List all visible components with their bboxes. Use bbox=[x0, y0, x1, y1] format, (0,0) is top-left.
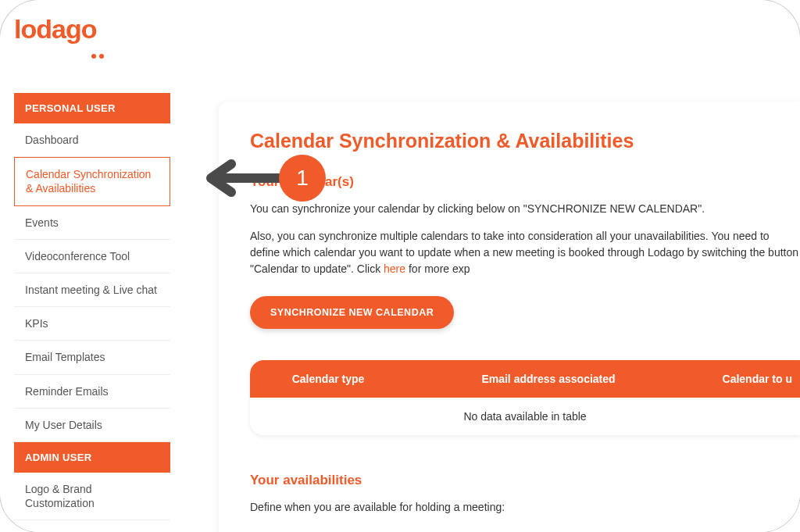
table-header-email: Email address associated bbox=[406, 360, 691, 398]
sidebar-item-instant-meeting[interactable]: Instant meeting & Live chat bbox=[14, 273, 170, 307]
sidebar-item-events[interactable]: Events bbox=[14, 206, 170, 240]
synchronize-new-calendar-button[interactable]: SYNCHRONIZE NEW CALENDAR bbox=[250, 296, 454, 329]
help-link[interactable]: here bbox=[384, 262, 405, 275]
sidebar-item-email-templates[interactable]: Email Templates bbox=[14, 341, 170, 374]
sidebar-section-personal: PERSONAL USER bbox=[14, 93, 170, 123]
sidebar-item-kpis[interactable]: KPIs bbox=[14, 307, 170, 341]
table-header-calendar-type: Calendar type bbox=[250, 360, 406, 398]
sidebar-item-calendar-sync[interactable]: Calendar Synchronization & Availabilitie… bbox=[14, 157, 170, 205]
table-header-calendar-to-update: Calendar to u bbox=[691, 360, 800, 398]
sidebar-item-management[interactable]: se Management & bbox=[14, 520, 170, 532]
availabilities-subheading: Your availabilities bbox=[250, 473, 800, 488]
sync-instructions-1: You can synchronize your calendar by cli… bbox=[250, 201, 800, 217]
page-title: Calendar Synchronization & Availabilitie… bbox=[250, 130, 800, 152]
calendars-subheading: Your calendar(s) bbox=[250, 174, 800, 190]
sidebar-item-dashboard[interactable]: Dashboard bbox=[14, 123, 170, 157]
sidebar-item-videoconference[interactable]: Videoconference Tool bbox=[14, 240, 170, 273]
sidebar-item-my-user-details[interactable]: My User Details bbox=[14, 409, 170, 442]
calendars-table: Calendar type Email address associated C… bbox=[250, 360, 800, 435]
table-header-row: Calendar type Email address associated C… bbox=[250, 360, 800, 398]
sidebar: PERSONAL USER Dashboard Calendar Synchro… bbox=[14, 93, 170, 532]
sidebar-item-logo-brand[interactable]: Logo & Brand Customization bbox=[14, 473, 170, 520]
sync-instructions-2: Also, you can synchronize multiple calen… bbox=[250, 228, 800, 277]
availabilities-text: Define when you are available for holdin… bbox=[250, 499, 800, 516]
brand-logo: lodago bbox=[14, 14, 105, 45]
annotation-step-badge: 1 bbox=[279, 155, 326, 202]
sidebar-section-admin: ADMIN USER bbox=[14, 442, 170, 473]
sidebar-item-reminder-emails[interactable]: Reminder Emails bbox=[14, 375, 170, 409]
table-empty-state: No data available in table bbox=[250, 398, 800, 435]
